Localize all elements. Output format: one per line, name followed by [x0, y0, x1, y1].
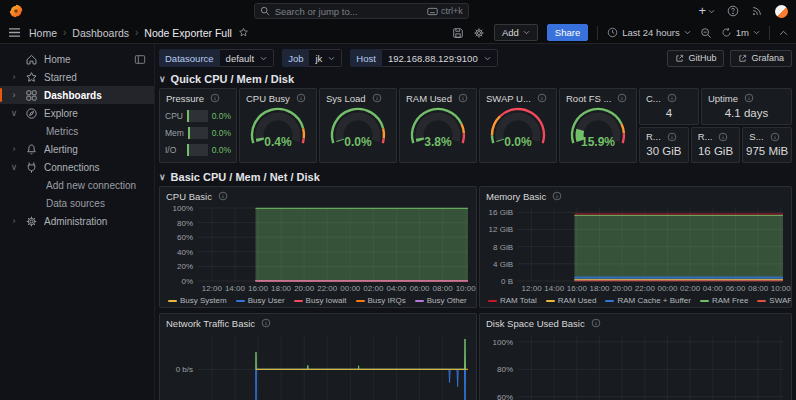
svg-text:18:00: 18:00	[271, 284, 292, 293]
cpu-basic-plot[interactable]: 12:0014:0016:0018:0020:0022:0000:0002:00…	[160, 203, 476, 294]
variable-value-dropdown[interactable]: default	[220, 49, 275, 67]
svg-text:14:00: 14:00	[225, 284, 246, 293]
info-icon	[770, 132, 780, 142]
svg-text:100%: 100%	[493, 338, 513, 347]
info-icon	[591, 318, 601, 328]
svg-text:08:00: 08:00	[748, 284, 769, 293]
legend-item[interactable]: RAM Cache + Buffer	[605, 296, 690, 305]
svg-text:15.9%: 15.9%	[581, 135, 615, 149]
user-avatar[interactable]	[775, 5, 788, 18]
variable-value-dropdown[interactable]: jk	[309, 49, 342, 67]
favorite-star-icon[interactable]	[238, 27, 249, 38]
section-basic-cpu-mem-net-disk[interactable]: ∨ Basic CPU / Mem / Net / Disk	[159, 170, 792, 184]
sidebar-item-data-sources[interactable]: Data sources	[0, 194, 154, 212]
legend-item[interactable]: Busy User	[236, 296, 285, 305]
refresh-icon	[721, 27, 732, 38]
legend-item[interactable]: Busy Other	[415, 296, 467, 305]
legend-item[interactable]: Busy System	[168, 296, 227, 305]
sidebar-item-starred[interactable]: › Starred	[0, 68, 154, 86]
network-traffic-plot[interactable]: 0 b/s-500 kb/s	[160, 330, 476, 400]
legend-item[interactable]: Busy Iowait	[294, 296, 347, 305]
disk-space-plot[interactable]: 40%60%80%100%	[480, 330, 791, 400]
news-icon[interactable]	[751, 5, 763, 17]
svg-text:20%: 20%	[177, 262, 193, 271]
variable-label: Host	[350, 49, 382, 67]
search-shortcut: ctrl+k	[427, 6, 463, 16]
section-quick-cpu-mem-disk[interactable]: ∨ Quick CPU / Mem / Disk	[159, 72, 792, 86]
legend-item[interactable]: RAM Total	[488, 296, 537, 305]
link-github[interactable]: GitHub	[667, 50, 724, 67]
svg-text:0%: 0%	[181, 277, 193, 286]
gauge-ram-used[interactable]: 3.8%	[400, 105, 476, 157]
sidebar-item-add-new-connection[interactable]: Add new connection	[0, 176, 154, 194]
info-icon	[718, 132, 728, 142]
stat-value: 975 MiB	[743, 144, 791, 163]
variable-label: Datasource	[159, 49, 220, 67]
breadcrumb-home[interactable]: Home	[29, 27, 57, 39]
info-icon	[458, 93, 468, 103]
dock-sidebar-icon[interactable]	[134, 54, 146, 65]
add-button[interactable]: Add	[494, 24, 538, 41]
svg-text:80%: 80%	[497, 365, 513, 374]
sidebar-item-dashboards[interactable]: › Dashboards	[0, 86, 154, 104]
gauge-rootfs-used[interactable]: 15.9%	[560, 105, 636, 157]
legend-item[interactable]: Busy IRQs	[356, 296, 406, 305]
legend-item[interactable]: SWAP Used	[757, 296, 791, 305]
legend-item[interactable]: RAM Used	[546, 296, 597, 305]
help-icon[interactable]	[727, 5, 739, 17]
breadcrumb-dashboards[interactable]: Dashboards	[72, 27, 129, 39]
menu-icon[interactable]	[8, 27, 21, 38]
stat-value: 16 GiB	[692, 144, 740, 163]
section-chevron-icon: ∨	[159, 74, 166, 84]
panel-swap-total: S... 975 MiB	[742, 127, 792, 164]
variable-value-dropdown[interactable]: 192.168.88.129:9100	[382, 49, 498, 67]
share-button[interactable]: Share	[547, 24, 588, 41]
new-menu-button[interactable]: +	[698, 6, 715, 16]
sidebar-item-connections[interactable]: ∨ Connections	[0, 158, 154, 176]
chevron-down-icon	[260, 56, 267, 61]
chevron-down-icon	[484, 56, 491, 61]
sidebar-item-alerting[interactable]: › Alerting	[0, 140, 154, 158]
info-icon	[552, 191, 562, 201]
bell-icon	[24, 143, 38, 156]
settings-gear-icon[interactable]	[473, 27, 485, 39]
plug-icon	[24, 161, 38, 174]
variable-host: Host 192.168.88.129:9100	[350, 49, 497, 67]
grafana-logo-icon[interactable]	[8, 3, 24, 19]
save-icon[interactable]	[452, 27, 464, 39]
svg-text:06:00: 06:00	[725, 284, 746, 293]
memory-basic-plot[interactable]: 12:0014:0016:0018:0020:0022:0000:0002:00…	[480, 203, 791, 294]
gauge-swap-used[interactable]: 0.0%	[480, 105, 556, 157]
svg-text:0.0%: 0.0%	[504, 135, 532, 149]
svg-text:00:00: 00:00	[340, 284, 361, 293]
refresh-picker[interactable]: 1m	[721, 27, 760, 38]
link-grafana[interactable]: Grafana	[730, 50, 792, 67]
gauge-sys-load[interactable]: 0.0%	[320, 105, 396, 157]
svg-text:8 GiB: 8 GiB	[493, 243, 513, 252]
sidebar-item-explore[interactable]: ∨ Explore	[0, 104, 154, 122]
svg-text:4 GiB: 4 GiB	[493, 260, 513, 269]
search-input[interactable]: Search or jump to... ctrl+k	[254, 3, 469, 19]
sidebar-item-administration[interactable]: › Administration	[0, 212, 154, 230]
zoom-out-icon[interactable]	[700, 27, 712, 39]
stat-value: 4	[640, 105, 698, 124]
info-icon	[537, 93, 547, 103]
panel-uptime: Uptime 4.1 days	[701, 88, 792, 125]
stat-value: 30 GiB	[640, 144, 688, 163]
svg-text:04:00: 04:00	[703, 284, 724, 293]
chevron-up-icon[interactable]	[779, 30, 788, 36]
svg-text:18:00: 18:00	[590, 284, 611, 293]
home-icon	[24, 53, 38, 66]
bar-gauge	[187, 110, 208, 122]
variable-label: Job	[282, 49, 309, 67]
info-icon	[617, 93, 627, 103]
svg-text:10:00: 10:00	[771, 284, 791, 293]
svg-text:0.0%: 0.0%	[344, 135, 372, 149]
gauge-cpu-busy[interactable]: 0.4%	[240, 105, 316, 157]
time-range-picker[interactable]: Last 24 hours	[607, 27, 691, 38]
sidebar-item-home[interactable]: Home	[0, 50, 154, 68]
svg-text:60%: 60%	[497, 393, 513, 400]
sidebar-item-metrics[interactable]: Metrics	[0, 122, 154, 140]
panel-network-traffic-basic: Network Traffic Basic 0 b/s-500 kb/s	[159, 313, 477, 400]
legend-item[interactable]: RAM Free	[700, 296, 748, 305]
